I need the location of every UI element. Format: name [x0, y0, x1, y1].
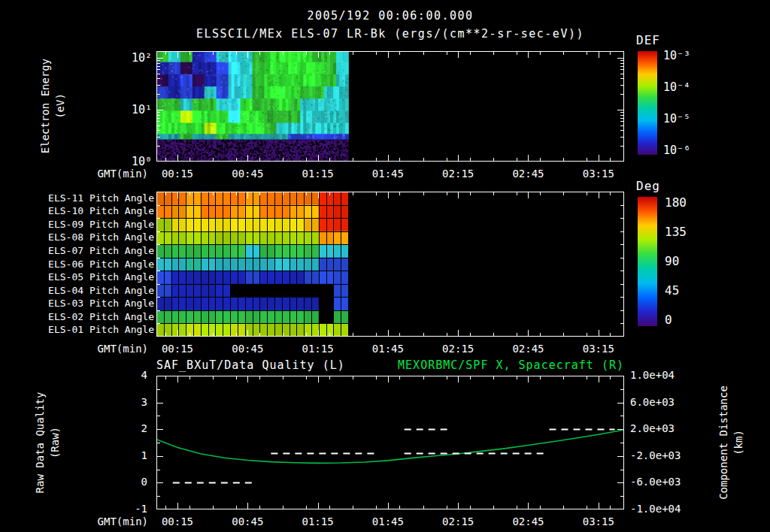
x-tick-label: 03:15: [568, 515, 629, 527]
x-tick-label: 01:45: [358, 515, 418, 527]
x-tick-label: 02:15: [428, 343, 488, 355]
quality-tick-label: 4: [119, 369, 147, 381]
energy-tick-label: 10¹: [113, 103, 152, 116]
x-tick-label: 01:15: [288, 168, 348, 180]
deg-colorbar-tick-label: 90: [665, 254, 679, 268]
distance-tick-label: 1.0e+04: [630, 369, 675, 381]
quality-tick-label: 0: [119, 476, 147, 488]
x-tick-label: 02:45: [498, 168, 558, 180]
distance-tick-label: 6.0e+03: [630, 396, 675, 408]
x-tick-label: 01:15: [288, 515, 348, 527]
def-colorbar-title: DEF: [636, 33, 660, 47]
deg-colorbar-tick-label: 0: [665, 313, 672, 327]
x-tick-label: 00:15: [147, 343, 208, 355]
pitch-row-label: ELS-01 Pitch Angle: [32, 324, 154, 335]
def-colorbar-tick-label: 10⁻³: [663, 49, 690, 62]
gmt-axis-label: GMT(min): [64, 168, 148, 180]
pitch-row-label: ELS-08 Pitch Angle: [32, 231, 154, 243]
x-tick-label: 02:45: [498, 515, 558, 527]
pitch-angle-canvas: [156, 192, 624, 337]
science-plot-page: 2005/192 00:06:00.000 ELSSCIL/MEx ELS-07…: [0, 0, 770, 532]
x-tick-label: 00:15: [147, 168, 208, 180]
x-tick-label: 02:15: [428, 515, 488, 527]
gmt-axis-label: GMT(min): [64, 343, 148, 355]
x-tick-label: 02:45: [498, 343, 558, 355]
distance-tick-label: 2.0e+03: [630, 422, 675, 434]
component-distance-axis-label: Component Distance (km): [716, 371, 746, 514]
electron-energy-axis-label: Electron Energy (eV): [38, 35, 68, 177]
energy-tick-label: 10²: [113, 51, 152, 65]
plot-title: ELSSCIL/MEx ELS-07 LR-Bk (ergs/(cm**2-sr…: [119, 27, 662, 41]
quality-tick-label: 3: [119, 396, 147, 408]
raw-data-quality-axis-label: Raw Data Quality (Raw): [32, 371, 62, 514]
pitch-row-label: ELS-06 Pitch Angle: [32, 258, 154, 270]
x-tick-label: 01:45: [358, 168, 418, 180]
distance-tick-label: -6.0e+03: [630, 476, 681, 488]
quality-plot-title-right: MEXORBMC/SPF X, Spacecraft (R): [316, 358, 624, 372]
pitch-row-label: ELS-10 Pitch Angle: [32, 205, 154, 216]
quality-tick-label: 1: [119, 449, 147, 461]
quality-tick-label: -1: [119, 503, 147, 515]
quality-tick-label: 2: [119, 422, 147, 434]
deg-colorbar-tick-label: 180: [665, 195, 687, 210]
pitch-row-label: ELS-04 Pitch Angle: [32, 285, 154, 296]
pitch-row-label: ELS-02 Pitch Angle: [32, 311, 154, 322]
distance-tick-label: -1.0e+04: [630, 503, 681, 515]
energy-tick-label: 10⁰: [113, 155, 152, 168]
deg-colorbar-tick-label: 135: [665, 225, 687, 239]
gmt-axis-label: GMT(min): [64, 515, 148, 527]
quality-distance-canvas: [156, 376, 624, 509]
def-colorbar-tick-label: 10⁻⁵: [663, 112, 690, 125]
deg-colorbar: [638, 197, 657, 326]
deg-colorbar-title: Deg: [636, 179, 660, 193]
electron-energy-spectrogram-canvas: [156, 51, 624, 162]
distance-tick-label: -2.0e+03: [630, 449, 681, 461]
pitch-row-label: ELS-05 Pitch Angle: [32, 271, 154, 283]
x-tick-label: 00:45: [217, 515, 277, 527]
x-tick-label: 03:15: [568, 343, 629, 355]
x-tick-label: 00:45: [217, 343, 277, 355]
pitch-row-label: ELS-03 Pitch Angle: [32, 298, 154, 309]
x-tick-label: 03:15: [568, 168, 629, 180]
deg-colorbar-tick-label: 45: [665, 283, 679, 298]
def-colorbar: [638, 51, 657, 155]
x-tick-label: 00:45: [217, 168, 277, 180]
x-tick-label: 02:15: [428, 168, 488, 180]
pitch-row-label: ELS-09 Pitch Angle: [32, 219, 154, 230]
x-tick-label: 01:15: [288, 343, 348, 355]
def-colorbar-tick-label: 10⁻⁶: [663, 144, 690, 157]
def-colorbar-tick-label: 10⁻⁴: [663, 80, 690, 94]
x-tick-label: 00:15: [147, 515, 208, 527]
page-title: 2005/192 00:06:00.000: [156, 9, 624, 23]
x-tick-label: 01:45: [358, 343, 418, 355]
pitch-row-label: ELS-07 Pitch Angle: [32, 245, 154, 256]
pitch-row-label: ELS-11 Pitch Angle: [32, 192, 154, 204]
